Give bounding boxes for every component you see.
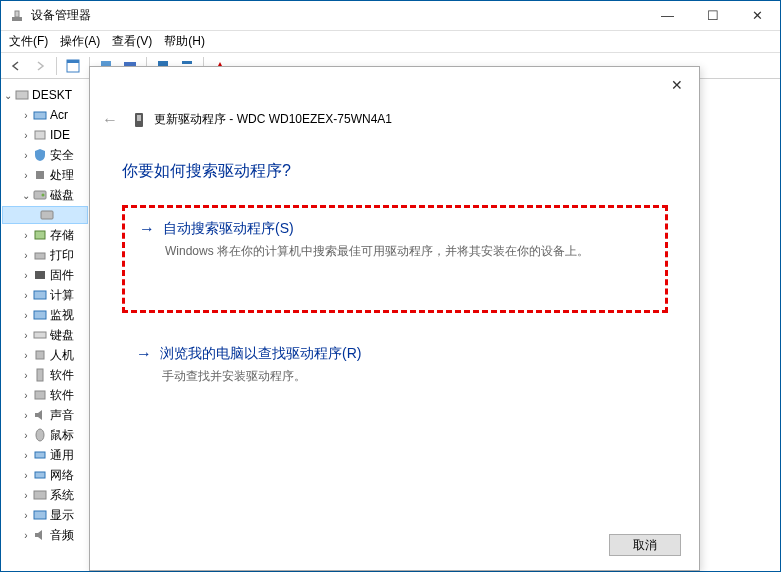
- chevron-right-icon[interactable]: ›: [20, 250, 32, 261]
- tree-item[interactable]: ›打印: [2, 245, 88, 265]
- dialog-back-button[interactable]: ←: [102, 111, 118, 129]
- tree-item[interactable]: ›键盘: [2, 325, 88, 345]
- cancel-button[interactable]: 取消: [609, 534, 681, 556]
- svg-rect-3: [67, 60, 79, 63]
- update-driver-dialog: ✕ ← 更新驱动程序 - WDC WD10EZEX-75WN4A1 你要如何搜索…: [89, 66, 700, 571]
- storage-icon: [32, 227, 48, 243]
- disk-icon: [32, 187, 48, 203]
- tree-item[interactable]: ›音频: [2, 525, 88, 545]
- keyboard-icon: [32, 327, 48, 343]
- chevron-right-icon[interactable]: ›: [20, 350, 32, 361]
- shield-icon: [32, 147, 48, 163]
- chevron-down-icon[interactable]: ⌄: [20, 190, 32, 201]
- option-title: → 浏览我的电脑以查找驱动程序(R): [136, 345, 654, 363]
- chevron-right-icon[interactable]: ›: [20, 450, 32, 461]
- tree-item[interactable]: ›IDE: [2, 125, 88, 145]
- chevron-right-icon[interactable]: ›: [20, 530, 32, 541]
- svg-rect-22: [36, 351, 44, 359]
- device-tree[interactable]: ⌄ DESKT ›Acr ›IDE ›安全 ›处理 ⌄磁盘 ›存储 ›打印 ›固…: [2, 81, 88, 571]
- svg-rect-16: [35, 231, 45, 239]
- dialog-question: 你要如何搜索驱动程序?: [122, 161, 291, 182]
- printer-icon: [32, 247, 48, 263]
- menu-view[interactable]: 查看(V): [112, 33, 152, 50]
- device-icon: [32, 107, 48, 123]
- chevron-right-icon[interactable]: ›: [20, 430, 32, 441]
- chevron-right-icon[interactable]: ›: [20, 470, 32, 481]
- tree-root[interactable]: ⌄ DESKT: [2, 85, 88, 105]
- hid-icon: [32, 347, 48, 363]
- maximize-button[interactable]: ☐: [690, 1, 735, 30]
- tree-item[interactable]: ›计算: [2, 285, 88, 305]
- tree-item[interactable]: ›系统: [2, 485, 88, 505]
- menubar: 文件(F) 操作(A) 查看(V) 帮助(H): [1, 31, 780, 53]
- chevron-right-icon[interactable]: ›: [20, 150, 32, 161]
- tree-item-disk[interactable]: ⌄磁盘: [2, 185, 88, 205]
- chevron-down-icon[interactable]: ⌄: [2, 90, 14, 101]
- svg-point-25: [36, 429, 44, 441]
- svg-point-14: [42, 194, 45, 197]
- monitor-icon: [32, 307, 48, 323]
- back-button[interactable]: [5, 55, 27, 77]
- option-browse-desc: 手动查找并安装驱动程序。: [162, 367, 654, 385]
- chevron-right-icon[interactable]: ›: [20, 310, 32, 321]
- tree-item[interactable]: ›软件: [2, 385, 88, 405]
- tree-item[interactable]: ›人机: [2, 345, 88, 365]
- tree-item[interactable]: ›处理: [2, 165, 88, 185]
- chevron-right-icon[interactable]: ›: [20, 290, 32, 301]
- option-auto-search[interactable]: → 自动搜索驱动程序(S) Windows 将在你的计算机中搜索最佳可用驱动程序…: [122, 205, 668, 313]
- chevron-right-icon[interactable]: ›: [20, 130, 32, 141]
- svg-rect-23: [37, 369, 43, 381]
- tree-item[interactable]: ›网络: [2, 465, 88, 485]
- tree-item[interactable]: ›声音: [2, 405, 88, 425]
- tree-item-selected[interactable]: [2, 206, 88, 224]
- svg-rect-0: [12, 17, 22, 21]
- dialog-title: 更新驱动程序 - WDC WD10EZEX-75WN4A1: [154, 111, 392, 128]
- window-title: 设备管理器: [31, 7, 645, 24]
- tree-item[interactable]: ›显示: [2, 505, 88, 525]
- computer-icon: [14, 87, 30, 103]
- menu-file[interactable]: 文件(F): [9, 33, 48, 50]
- dialog-header: 更新驱动程序 - WDC WD10EZEX-75WN4A1: [132, 111, 392, 128]
- system-icon: [32, 487, 48, 503]
- tree-item[interactable]: ›鼠标: [2, 425, 88, 445]
- forward-button[interactable]: [29, 55, 51, 77]
- option-browse-computer[interactable]: → 浏览我的电脑以查找驱动程序(R) 手动查找并安装驱动程序。: [122, 333, 668, 393]
- disk-icon: [39, 207, 55, 223]
- svg-rect-27: [35, 472, 45, 478]
- tree-item[interactable]: ›软件: [2, 365, 88, 385]
- option-browse-label: 浏览我的电脑以查找驱动程序(R): [160, 345, 361, 363]
- cpu-icon: [32, 167, 48, 183]
- chevron-right-icon[interactable]: ›: [20, 370, 32, 381]
- svg-rect-10: [34, 112, 46, 119]
- titlebar[interactable]: 设备管理器 — ☐ ✕: [1, 1, 780, 31]
- tree-item[interactable]: ›监视: [2, 305, 88, 325]
- option-auto-search-label: 自动搜索驱动程序(S): [163, 220, 294, 238]
- chevron-right-icon[interactable]: ›: [20, 490, 32, 501]
- tree-item[interactable]: ›安全: [2, 145, 88, 165]
- chevron-right-icon[interactable]: ›: [20, 110, 32, 121]
- svg-rect-31: [137, 115, 141, 121]
- network-icon: [32, 467, 48, 483]
- tree-item[interactable]: ›存储: [2, 225, 88, 245]
- dialog-close-button[interactable]: ✕: [665, 73, 689, 97]
- chevron-right-icon[interactable]: ›: [20, 170, 32, 181]
- svg-rect-20: [34, 311, 46, 319]
- chevron-right-icon[interactable]: ›: [20, 410, 32, 421]
- chevron-right-icon[interactable]: ›: [20, 510, 32, 521]
- tree-item[interactable]: ›通用: [2, 445, 88, 465]
- svg-rect-26: [35, 452, 45, 458]
- chevron-right-icon[interactable]: ›: [20, 390, 32, 401]
- tree-item[interactable]: ›固件: [2, 265, 88, 285]
- menu-help[interactable]: 帮助(H): [164, 33, 205, 50]
- chevron-right-icon[interactable]: ›: [20, 330, 32, 341]
- chevron-right-icon[interactable]: ›: [20, 230, 32, 241]
- close-button[interactable]: ✕: [735, 1, 780, 30]
- svg-rect-24: [35, 391, 45, 399]
- software-icon: [32, 387, 48, 403]
- svg-rect-7: [182, 61, 192, 64]
- minimize-button[interactable]: —: [645, 1, 690, 30]
- chevron-right-icon[interactable]: ›: [20, 270, 32, 281]
- menu-action[interactable]: 操作(A): [60, 33, 100, 50]
- view-button[interactable]: [62, 55, 84, 77]
- tree-item[interactable]: ›Acr: [2, 105, 88, 125]
